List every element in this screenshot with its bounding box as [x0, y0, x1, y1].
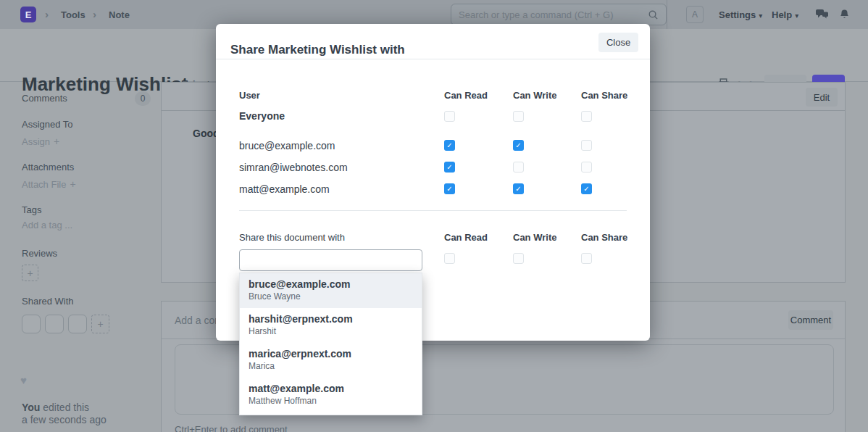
can-write-checkbox[interactable] [513, 140, 524, 151]
can-write-checkbox[interactable] [513, 162, 524, 173]
add-review-button[interactable]: + [22, 265, 38, 281]
shared-user-avatar[interactable] [45, 315, 64, 333]
can-read-checkbox[interactable] [444, 111, 455, 122]
shared-avatars: + [22, 315, 109, 333]
tags-label: Tags [22, 204, 41, 215]
reviews-label: Reviews [22, 248, 57, 259]
dropdown-item-name: Harshit [249, 326, 422, 336]
can-share-header: Can Share [581, 90, 627, 101]
share-row-user: matt@example.com [239, 183, 330, 195]
dropdown-item[interactable]: matt@example.com Matthew Hoffman [240, 378, 422, 412]
share-with-label: Share this document with [239, 232, 345, 243]
assigned-to-label: Assigned To [22, 119, 73, 130]
search-input[interactable] [459, 4, 640, 25]
can-write-checkbox[interactable] [513, 111, 524, 122]
share-row: bruce@example.com [239, 138, 627, 153]
can-share-checkbox[interactable] [581, 253, 592, 264]
share-row-user: simran@iwebnotes.com [239, 162, 348, 173]
can-write-checkbox[interactable] [513, 253, 524, 264]
can-share-checkbox[interactable] [581, 183, 592, 194]
chat-icon[interactable] [815, 9, 829, 20]
modal-section-divider [239, 210, 627, 211]
attach-file-button[interactable]: Attach File [22, 178, 76, 190]
attachments-label: Attachments [22, 162, 74, 173]
add-tag-input[interactable]: Add a tag ... [22, 220, 72, 230]
chevron-right-icon: › [45, 8, 49, 20]
new-share-permissions [239, 253, 627, 265]
assign-button[interactable]: Assign [22, 136, 59, 147]
settings-menu[interactable]: Settings [719, 9, 762, 20]
notifications-bell-icon[interactable] [839, 9, 850, 20]
can-read-header: Can Read [444, 232, 488, 243]
modal-title: Share Marketing Wishlist with [230, 43, 405, 57]
share-row-everyone: Everyone [239, 109, 627, 124]
like-heart-icon[interactable] [20, 374, 27, 386]
shared-with-label: Shared With [22, 296, 74, 307]
comments-count-badge: 0 [135, 91, 151, 106]
dropdown-item[interactable]: bruce@example.com Bruce Wayne [240, 273, 422, 308]
edit-button[interactable]: Edit [806, 88, 838, 107]
shared-user-avatar[interactable] [22, 315, 41, 333]
dropdown-item-email: harshit@erpnext.com [249, 313, 422, 325]
dropdown-item[interactable]: marica@erpnext.com Marica [240, 343, 422, 378]
comment-button[interactable]: Comment [788, 310, 833, 330]
dropdown-item-email: marica@erpnext.com [249, 348, 422, 360]
edited-by-user: You [22, 402, 40, 413]
share-row: matt@example.com [239, 182, 627, 196]
can-share-header: Can Share [581, 232, 627, 243]
dropdown-item-name: Matthew Hoffman [249, 396, 422, 406]
can-share-checkbox[interactable] [581, 162, 592, 173]
dropdown-item-email: matt@example.com [249, 383, 422, 394]
can-read-checkbox[interactable] [444, 183, 455, 194]
global-search[interactable] [451, 4, 667, 25]
edited-by-line: You edited this [22, 402, 89, 413]
dropdown-item-name: Marica [249, 361, 422, 371]
user-avatar[interactable]: A [686, 6, 704, 23]
dropdown-item-email: bruce@example.com [249, 278, 422, 290]
help-menu[interactable]: Help [772, 9, 798, 20]
shared-user-avatar[interactable] [68, 315, 87, 333]
user-column-header: User [239, 90, 260, 101]
breadcrumb-note[interactable]: Note [109, 9, 130, 20]
dropdown-item-name: Bruce Wayne [249, 291, 422, 302]
dropdown-item[interactable]: harshit@erpnext.com Harshit [240, 308, 422, 343]
comment-hint: Ctrl+Enter to add comment [175, 424, 288, 432]
comments-label[interactable]: Comments [22, 93, 67, 104]
share-row-user: Everyone [239, 110, 285, 122]
app-root: E › Tools › Note A Settings Help Marketi… [0, 0, 868, 432]
can-write-header: Can Write [513, 232, 556, 243]
can-share-checkbox[interactable] [581, 140, 592, 151]
search-icon[interactable] [648, 9, 659, 20]
navbar-divider [667, 0, 667, 29]
share-rows: bruce@example.com simran@iwebnotes.com m… [239, 138, 627, 204]
can-write-header: Can Write [513, 90, 556, 101]
share-row: simran@iwebnotes.com [239, 160, 627, 175]
breadcrumb-tools[interactable]: Tools [61, 9, 85, 20]
edited-action: edited this [40, 402, 89, 413]
edited-when: a few seconds ago [22, 414, 107, 425]
can-read-checkbox[interactable] [444, 162, 455, 173]
share-row-user: bruce@example.com [239, 140, 335, 151]
can-read-header: Can Read [444, 90, 488, 101]
close-button[interactable]: Close [598, 33, 638, 52]
chevron-right-icon: › [93, 8, 96, 20]
can-read-checkbox[interactable] [444, 140, 455, 151]
can-write-checkbox[interactable] [513, 183, 524, 194]
can-share-checkbox[interactable] [581, 111, 592, 122]
modal-header-divider [216, 59, 650, 59]
add-share-button[interactable]: + [91, 315, 109, 333]
user-suggestion-dropdown: bruce@example.com Bruce Wayne harshit@er… [239, 273, 422, 415]
can-read-checkbox[interactable] [444, 253, 455, 264]
app-logo[interactable]: E [20, 7, 36, 22]
